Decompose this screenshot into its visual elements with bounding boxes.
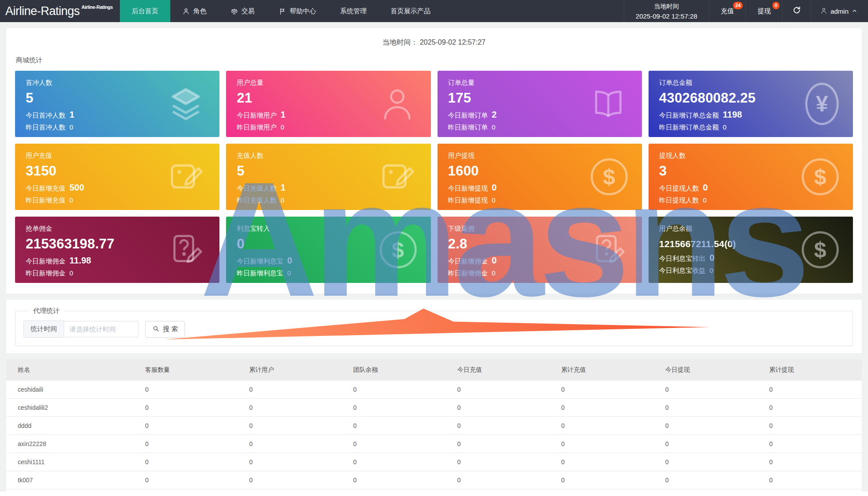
search-button-label: 搜 索 [163, 325, 178, 333]
agent-table: 姓名客服数量累计用户团队余额今日充值累计充值今日提现累计提现 ceshidail… [6, 359, 862, 489]
stat-card: 用户充值 3150 今日新增充值 500 昨日新增充值 0 [15, 144, 219, 210]
recharge-label: 充值 [721, 7, 734, 15]
value-cell: 0 [550, 435, 654, 453]
withdraw-button[interactable]: 提现 0 [745, 0, 782, 22]
recharge-button[interactable]: 充值 24 [709, 0, 745, 22]
stat-card: 提现人数 3 今日提现人数 0 昨日提现人数 0 $ [649, 144, 853, 210]
menu-item-system[interactable]: 系统管理 [328, 0, 379, 22]
stat-card-yesterday-label: 昨日新增佣金 [448, 269, 488, 278]
agent-name-cell: ceshidaili [6, 381, 134, 399]
value-cell: 0 [342, 435, 446, 453]
value-cell: 0 [550, 471, 654, 489]
stat-card-yesterday-value: 0 [280, 123, 284, 131]
book-icon [589, 84, 628, 123]
layers-icon [166, 84, 205, 123]
table-row: ceshidaili0000000 [6, 381, 862, 399]
agent-name-cell: ceshi1111 [6, 453, 134, 471]
menu-item-label: 角色 [193, 7, 207, 15]
stat-card-today-label: 今日新增利息宝 [237, 257, 283, 266]
search-icon [152, 325, 160, 334]
menu-item-label: 系统管理 [340, 7, 367, 15]
stat-card: 用户提现 1600 今日新增提现 0 昨日新增提现 0 $ [438, 144, 642, 210]
stat-card-today-value: 1 [280, 110, 285, 120]
stats-panel: 当地时间： 2025-09-02 12:57:27 商城统计 首冲人数 5 今日… [6, 28, 862, 294]
column-header: 累计用户 [238, 359, 342, 381]
value-cell: 0 [758, 453, 862, 471]
user-menu[interactable]: admin [811, 0, 868, 22]
stat-card-yesterday-value: 0 [69, 196, 73, 204]
value-cell: 0 [238, 453, 342, 471]
stat-card-yesterday-value: 0 [710, 267, 713, 274]
menu-item-home[interactable]: 后台首页 [120, 0, 170, 22]
stat-time-input[interactable] [64, 321, 138, 337]
stat-card-today-value: 0 [287, 256, 292, 266]
stat-card-yesterday-label: 今日利息宝收益 [659, 267, 706, 275]
flag-icon [279, 8, 286, 15]
menu-item-trade[interactable]: 交易 [219, 0, 267, 22]
stat-card: 首冲人数 5 今日首冲人数 1 昨日首冲人数 0 [15, 71, 219, 137]
stat-card-today-value: 0 [492, 183, 497, 193]
stat-card-yesterday-label: 昨日新增充值 [26, 196, 65, 205]
stat-time-label: 统计时间 [23, 320, 64, 338]
column-header: 客服数量 [134, 359, 238, 381]
stat-card-yesterday-value: 0 [492, 123, 495, 131]
recharge-badge: 24 [733, 2, 743, 9]
value-cell: 0 [758, 435, 862, 453]
agent-filter-row: 统计时间 搜 索 [23, 320, 845, 338]
stat-card: 充值人数 5 今日充值人数 1 昨日充值人数 0 [226, 144, 430, 210]
stat-card-yesterday-value: 0 [492, 196, 495, 204]
value-cell: 0 [758, 417, 862, 435]
stat-card-today-label: 今日新增佣金 [26, 257, 65, 266]
refresh-icon [792, 6, 801, 16]
menu-item-help[interactable]: 帮助中心 [267, 0, 328, 22]
value-cell: 0 [758, 399, 862, 417]
table-row: dddd0000000 [6, 417, 862, 435]
table-header-row: 姓名客服数量累计用户团队余额今日充值累计充值今日提现累计提现 [6, 359, 862, 381]
stat-card-today-value: 11.98 [69, 256, 91, 266]
agent-stats-panel: 代理统计 统计时间 搜 索 [6, 300, 862, 353]
chevron-up-icon [852, 8, 857, 15]
value-cell: 0 [342, 471, 446, 489]
stat-card-yesterday-value: 0 [287, 269, 291, 277]
navbar-local-time: 当地时间 2025-09-02 12:57:28 [624, 0, 709, 22]
user-icon [820, 7, 827, 15]
stat-card-yesterday-label: 昨日新增用户 [237, 123, 277, 132]
value-cell: 0 [446, 453, 549, 471]
dollar-circle-icon: $ [591, 158, 628, 195]
menu-item-roles[interactable]: 角色 [170, 0, 219, 22]
column-header: 累计提现 [758, 359, 862, 381]
agent-name-cell: tk007 [6, 471, 134, 489]
stat-card: 订单总量 175 今日新增订单 2 昨日新增订单 0 [438, 71, 642, 137]
value-cell: 0 [758, 471, 862, 489]
person-icon [182, 8, 190, 15]
table-row: ceshi11110000000 [6, 453, 862, 471]
value-cell: 0 [134, 471, 238, 489]
value-cell: 0 [238, 381, 342, 399]
value-cell: 0 [238, 417, 342, 435]
stat-card: 下级返佣 2.8 今日新增佣金 0 昨日新增佣金 0 [438, 217, 642, 283]
dollar-circle-icon: $ [380, 231, 417, 268]
agent-table-panel: 姓名客服数量累计用户团队余额今日充值累计充值今日提现累计提现 ceshidail… [6, 359, 862, 496]
page-time-value: 2025-09-02 12:57:27 [420, 38, 486, 46]
refresh-button[interactable] [782, 0, 811, 22]
value-cell: 0 [342, 453, 446, 471]
stat-card-today-value: 1 [69, 110, 74, 120]
value-cell: 0 [550, 381, 654, 399]
value-cell: 0 [654, 471, 758, 489]
menu-item-products[interactable]: 首页展示产品 [379, 0, 442, 22]
page-time-label: 当地时间： [382, 38, 418, 46]
stat-card: 用户总余额 1215667211.54(0) 今日利息宝转出 0 今日利息宝收益… [649, 217, 853, 283]
value-cell: 0 [654, 453, 758, 471]
table-row: ceshidalili20000000 [6, 399, 862, 417]
stat-card-today-value: 0 [703, 183, 708, 193]
scales-icon [230, 8, 238, 15]
stat-card-yesterday-label: 昨日首冲人数 [26, 123, 65, 132]
brand-logo[interactable]: Airline-Ratings Airline-Ratings [0, 0, 120, 22]
value-cell: 0 [342, 399, 446, 417]
value-cell: 0 [238, 471, 342, 489]
search-button[interactable]: 搜 索 [145, 321, 185, 338]
stat-cards-grid: 首冲人数 5 今日首冲人数 1 昨日首冲人数 0 用户总量 21 今日新增用户 … [15, 71, 853, 283]
edit-icon [166, 157, 205, 196]
value-cell: 0 [238, 399, 342, 417]
stat-card: 用户总量 21 今日新增用户 1 昨日新增用户 0 [226, 71, 430, 137]
